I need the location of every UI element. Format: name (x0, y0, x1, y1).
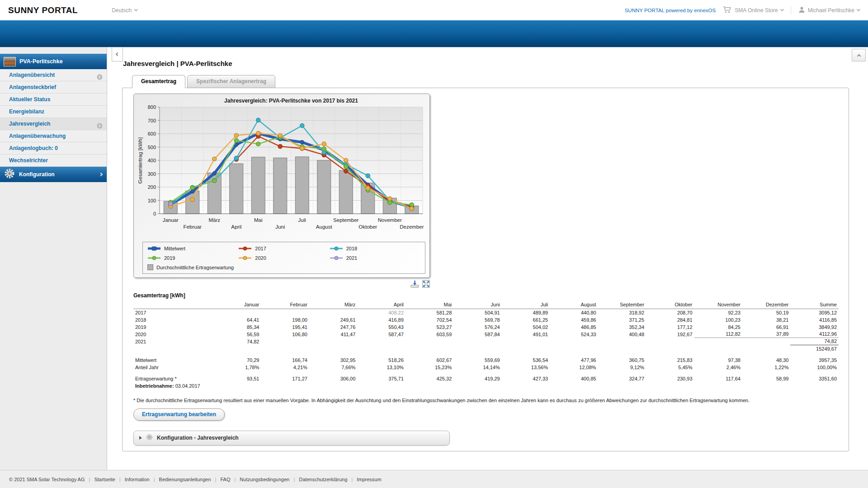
cell: 489,89 (502, 309, 550, 316)
sidebar-item-anlagensteckbrief[interactable]: Anlagensteckbrief (0, 81, 107, 94)
cell: 15249,67 (790, 345, 839, 352)
sidebar-item-jahresvergleich[interactable]: Jahresvergleich (0, 118, 107, 130)
cell: 177,12 (646, 324, 694, 331)
svg-text:300: 300 (148, 171, 156, 177)
cell: 4,21% (261, 364, 309, 371)
footer-link-nutzungsbedingungen[interactable]: Nutzungsbedingungen (240, 477, 289, 482)
svg-text:Gesamtertrag [kWh]: Gesamtertrag [kWh] (137, 137, 143, 184)
cell (742, 338, 790, 345)
legend-item-2019: 2019 (147, 253, 238, 263)
page-title: Jahresvergleich | PVA-Perlitschke (123, 60, 849, 67)
config-accordion[interactable]: Konfiguration - Jahresvergleich (133, 431, 450, 446)
footer-link-information[interactable]: Information (125, 477, 150, 482)
cell: 2020 (133, 331, 213, 338)
sidebar-item-energiebilanz[interactable]: Energiebilanz (0, 106, 107, 118)
footer-link-datenschutzerklarung[interactable]: Datenschutzerklärung (299, 477, 347, 482)
chevron-down-icon (857, 8, 860, 11)
svg-text:Jahresvergleich: PVA-Perlitsch: Jahresvergleich: PVA-Perlitschke von 201… (224, 98, 358, 104)
table-row: Ertragserwartung *93,51171,27306,00375,7… (133, 375, 839, 382)
language-selector[interactable]: Deutsch (112, 7, 137, 14)
cell: 97,38 (694, 357, 742, 364)
tab-gesamtertrag[interactable]: Gesamtertrag (132, 75, 185, 88)
cell: 284,81 (646, 316, 694, 324)
cell: 411,47 (309, 331, 357, 338)
chart-legend: Mittelwert20172018201920202021Durchschni… (142, 242, 425, 274)
cell: 1,22% (742, 364, 790, 371)
yearly-comparison-table: JanuarFebruarMärzAprilMaiJuniJuliAugustS… (133, 301, 839, 389)
cell (598, 345, 646, 352)
cell (309, 309, 357, 316)
cell (133, 345, 213, 352)
sidebar-item-anlagenlogbuch-0[interactable]: Anlagenlogbuch: 0 (0, 142, 107, 155)
table-section: Gesamtertrag [kWh] JanuarFebruarMärzApri… (133, 292, 838, 389)
footer-separator: | (351, 477, 353, 482)
user-menu[interactable]: Michael Perlitschke (791, 6, 860, 14)
sidebar-plant-header[interactable]: PVA-Perlitschke (0, 54, 107, 69)
footer-link-impressum[interactable]: Impressum (357, 477, 381, 482)
cell (742, 345, 790, 352)
sidebar-item-label: Anlagenübersicht (9, 72, 55, 78)
cell: 84,25 (694, 324, 742, 331)
sidebar-item-konfiguration[interactable]: Konfiguration (0, 167, 107, 182)
sidebar-item-wechselrichter[interactable]: Wechselrichter (0, 155, 107, 167)
cell: 523,27 (406, 324, 453, 331)
svg-text:500: 500 (148, 145, 156, 150)
cell: 603,59 (406, 331, 453, 338)
legend-item-mittelwert: Mittelwert (147, 244, 238, 253)
scroll-top-button[interactable] (852, 49, 866, 61)
svg-text:600: 600 (148, 131, 156, 136)
svg-text:November: November (378, 217, 402, 223)
cell (646, 338, 694, 345)
cell: 587,47 (357, 331, 405, 338)
cell: 477,96 (550, 357, 598, 364)
sidebar-item-anlagenuberwachung[interactable]: Anlagenüberwachung (0, 130, 107, 142)
column-header: Mai (406, 301, 453, 309)
cell: 425,32 (406, 375, 453, 382)
legend-item-2021: 2021 (330, 253, 420, 263)
column-header: März (309, 301, 357, 309)
cell: 559,69 (453, 357, 501, 364)
column-header: Juni (453, 301, 501, 309)
online-store-link[interactable]: SMA Online Store (723, 6, 783, 15)
sidebar-item-aktueller-status[interactable]: Aktueller Status (0, 94, 107, 106)
expand-icon[interactable] (422, 280, 430, 288)
column-header: Oktober (646, 301, 694, 309)
cell: 198,00 (261, 316, 309, 324)
cell: 2017 (133, 309, 213, 316)
cell: 459,86 (550, 316, 598, 324)
column-header (133, 301, 213, 309)
powered-by-link[interactable]: SUNNY PORTAL powered by ennexOS (625, 8, 716, 13)
sidebar-collapse-button[interactable] (112, 47, 123, 61)
download-icon[interactable] (410, 280, 419, 288)
cell (133, 352, 839, 357)
cell (133, 371, 839, 375)
cell (694, 345, 742, 352)
footer-separator: | (215, 477, 217, 482)
user-name: Michael Perlitschke (808, 7, 854, 14)
cell: 92,23 (694, 309, 742, 316)
svg-text:Februar: Februar (184, 224, 202, 230)
cell: 4112,96 (790, 331, 839, 338)
cell: 360,75 (598, 357, 646, 364)
cell (453, 338, 501, 345)
cell: 14,14% (453, 364, 501, 371)
footer-link-faq[interactable]: FAQ (220, 477, 230, 482)
cell: 602,67 (406, 357, 453, 364)
cell: 419,29 (453, 375, 501, 382)
cell: 74,82 (213, 338, 261, 345)
footer-separator: | (89, 477, 90, 482)
edit-expectation-button[interactable]: Ertragserwartung bearbeiten (133, 408, 225, 421)
footer-link-bedienungsanleitungen[interactable]: Bedienungsanleitungen (159, 477, 211, 482)
sidebar-item-label: Anlagenlogbuch: 0 (9, 145, 58, 151)
sidebar-item-anlagenubersicht[interactable]: Anlagenübersicht (0, 69, 107, 81)
column-header: Januar (213, 301, 261, 309)
footer-link-startseite[interactable]: Startseite (94, 477, 115, 482)
tab-spezifischer-anlagenertrag[interactable]: Spezifischer Anlagenertrag (187, 75, 275, 88)
cell: 3095,12 (790, 309, 839, 316)
main-area: Jahresvergleich | PVA-Perlitschke Gesamt… (107, 47, 868, 470)
svg-text:0: 0 (153, 211, 156, 216)
cell: 587,84 (453, 331, 501, 338)
cell (213, 345, 261, 352)
table-row: Anteil Jahr1,78%4,21%7,66%13,10%15,23%14… (133, 364, 839, 371)
cell: 302,95 (309, 357, 357, 364)
